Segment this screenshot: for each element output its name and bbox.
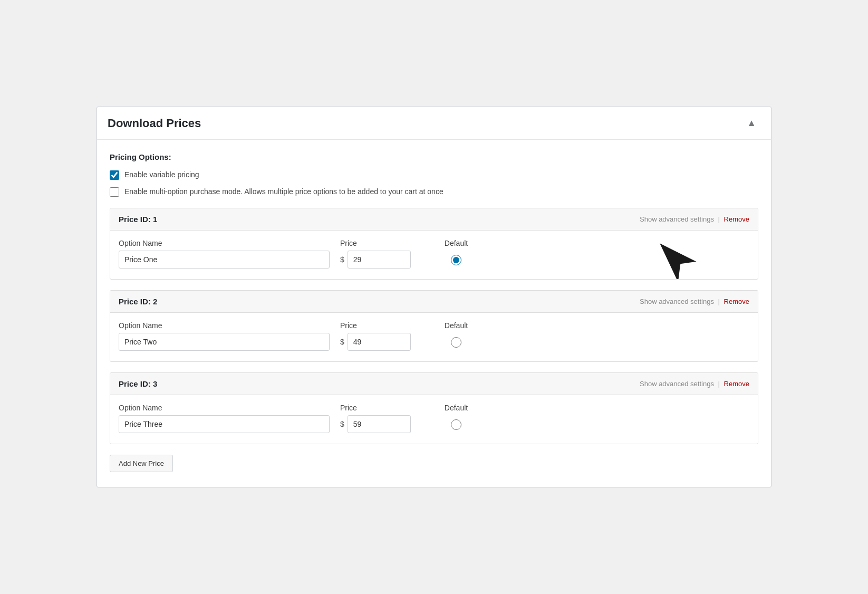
price-2-default-group: Default xyxy=(435,321,477,348)
price-1-default-radio[interactable] xyxy=(451,255,461,265)
price-1-price-label: Price xyxy=(340,239,425,247)
show-advanced-1-link[interactable]: Show advanced settings xyxy=(640,215,714,223)
price-1-dollar-sign: $ xyxy=(340,255,344,264)
price-id-2-label: Price ID: 2 xyxy=(119,297,157,306)
price-1-option-name-label: Option Name xyxy=(119,239,330,247)
price-2-option-name-input[interactable] xyxy=(119,333,330,351)
price-1-option-group: Option Name xyxy=(119,239,330,269)
price-3-dollar-sign: $ xyxy=(340,420,344,428)
pricing-options-label: Pricing Options: xyxy=(110,152,758,161)
price-block-1-body: Option Name Price $ Default xyxy=(110,231,758,279)
separator-1: | xyxy=(718,215,720,223)
panel-toggle-button[interactable]: ▲ xyxy=(742,116,760,131)
price-3-default-label: Default xyxy=(445,404,468,412)
price-block-2: Price ID: 2 Show advanced settings | Rem… xyxy=(110,290,758,362)
show-advanced-3-link[interactable]: Show advanced settings xyxy=(640,380,714,388)
price-2-fields-row: Option Name Price $ Default xyxy=(119,321,749,351)
add-new-price-button[interactable]: Add New Price xyxy=(110,455,173,472)
price-3-price-input-wrapper: $ xyxy=(340,415,425,433)
price-3-option-name-input[interactable] xyxy=(119,415,330,433)
price-3-radio-wrapper xyxy=(451,415,461,430)
download-prices-panel: Download Prices ▲ Pricing Options: Enabl… xyxy=(97,107,771,487)
price-1-option-name-input[interactable] xyxy=(119,251,330,269)
price-1-price-input-wrapper: $ xyxy=(340,251,425,269)
price-2-price-label: Price xyxy=(340,321,425,330)
enable-multi-option-row: Enable multi-option purchase mode. Allow… xyxy=(110,187,758,197)
enable-multi-option-checkbox[interactable] xyxy=(110,187,119,197)
price-2-price-input-wrapper: $ xyxy=(340,333,425,351)
price-2-dollar-sign: $ xyxy=(340,338,344,346)
panel-title: Download Prices xyxy=(108,117,201,130)
price-block-2-actions: Show advanced settings | Remove xyxy=(640,298,749,305)
price-2-radio-wrapper xyxy=(451,333,461,348)
price-1-price-group: Price $ xyxy=(340,239,425,269)
enable-variable-pricing-row: Enable variable pricing xyxy=(110,170,758,180)
price-2-option-group: Option Name xyxy=(119,321,330,351)
price-2-option-name-label: Option Name xyxy=(119,321,330,330)
price-id-1-label: Price ID: 1 xyxy=(119,215,157,224)
price-3-option-group: Option Name xyxy=(119,404,330,433)
show-advanced-2-link[interactable]: Show advanced settings xyxy=(640,298,714,305)
price-block-3: Price ID: 3 Show advanced settings | Rem… xyxy=(110,372,758,444)
price-1-radio-wrapper xyxy=(451,251,461,265)
price-2-default-radio[interactable] xyxy=(451,337,461,348)
price-3-option-name-label: Option Name xyxy=(119,404,330,412)
price-block-2-header: Price ID: 2 Show advanced settings | Rem… xyxy=(110,291,758,313)
price-1-price-input[interactable] xyxy=(348,251,411,269)
enable-variable-pricing-label[interactable]: Enable variable pricing xyxy=(124,170,199,180)
price-3-default-radio[interactable] xyxy=(451,419,461,430)
price-1-default-label: Default xyxy=(445,239,468,247)
price-3-fields-row: Option Name Price $ Default xyxy=(119,404,749,433)
price-3-price-group: Price $ xyxy=(340,404,425,433)
price-2-price-group: Price $ xyxy=(340,321,425,351)
price-id-3-label: Price ID: 3 xyxy=(119,379,157,388)
price-block-1: Price ID: 1 Show advanced settings | Rem… xyxy=(110,208,758,280)
price-3-price-label: Price xyxy=(340,404,425,412)
price-1-fields-row: Option Name Price $ Default xyxy=(119,239,749,269)
separator-3: | xyxy=(718,380,720,388)
price-block-2-body: Option Name Price $ Default xyxy=(110,313,758,361)
price-3-price-input[interactable] xyxy=(348,415,411,433)
enable-multi-option-label[interactable]: Enable multi-option purchase mode. Allow… xyxy=(124,187,443,197)
price-block-3-actions: Show advanced settings | Remove xyxy=(640,380,749,388)
remove-3-link[interactable]: Remove xyxy=(724,380,749,388)
remove-1-link[interactable]: Remove xyxy=(724,215,749,223)
panel-body: Pricing Options: Enable variable pricing… xyxy=(97,140,771,486)
price-2-price-input[interactable] xyxy=(348,333,411,351)
price-block-1-actions: Show advanced settings | Remove xyxy=(640,215,749,223)
price-block-3-body: Option Name Price $ Default xyxy=(110,395,758,444)
price-2-default-label: Default xyxy=(445,321,468,330)
enable-variable-pricing-checkbox[interactable] xyxy=(110,170,119,180)
remove-2-link[interactable]: Remove xyxy=(724,298,749,305)
price-1-default-group: Default xyxy=(435,239,477,265)
price-block-3-header: Price ID: 3 Show advanced settings | Rem… xyxy=(110,373,758,395)
price-block-1-header: Price ID: 1 Show advanced settings | Rem… xyxy=(110,208,758,231)
panel-header: Download Prices ▲ xyxy=(97,107,771,140)
price-3-default-group: Default xyxy=(435,404,477,430)
separator-2: | xyxy=(718,298,720,305)
